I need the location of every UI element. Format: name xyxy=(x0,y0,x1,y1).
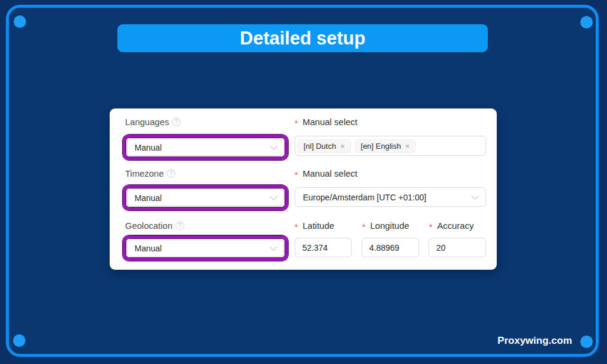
chevron-down-icon xyxy=(471,192,479,200)
title-banner: Detailed setup xyxy=(117,24,488,52)
timezone-label: Timezone ? xyxy=(125,168,175,178)
help-icon[interactable]: ? xyxy=(172,117,181,126)
chevron-down-icon xyxy=(270,193,277,200)
required-marker: * xyxy=(295,170,298,180)
language-tag: [nl] Dutch × xyxy=(298,139,351,153)
languages-label: Languages ? xyxy=(125,117,181,127)
required-marker: * xyxy=(362,222,365,232)
languages-mode-select[interactable]: Manual xyxy=(127,139,284,156)
settings-card: Languages ? Manual * Manual select [nl] … xyxy=(110,108,497,270)
required-marker: * xyxy=(429,222,432,232)
languages-tags-input[interactable]: [nl] Dutch × [en] English × xyxy=(295,136,486,156)
chevron-down-icon xyxy=(270,142,277,150)
geolocation-label: Geolocation ? xyxy=(125,221,184,231)
watermark: Proxywing.com xyxy=(497,335,572,347)
highlight-annotation: Manual xyxy=(123,185,288,210)
timezone-manual-select-label: * Manual select xyxy=(295,168,357,178)
accuracy-field[interactable]: 20 xyxy=(429,238,486,257)
page-title: Detailed setup xyxy=(240,28,366,49)
corner-dot xyxy=(13,334,25,347)
language-tag: [en] English × xyxy=(355,139,416,153)
longitude-label: * Longitude xyxy=(362,221,409,231)
close-icon[interactable]: × xyxy=(340,142,345,151)
help-icon[interactable]: ? xyxy=(167,169,175,178)
required-marker: * xyxy=(295,119,298,128)
corner-dot xyxy=(14,15,26,28)
timezone-value-select[interactable]: Europe/Amsterdam [UTC +01:00] xyxy=(295,187,486,207)
accuracy-label: * Accuracy xyxy=(429,221,474,231)
highlight-annotation: Manual xyxy=(123,135,288,160)
languages-manual-select-label: * Manual select xyxy=(295,117,357,127)
corner-dot xyxy=(580,336,593,348)
required-marker: * xyxy=(295,222,298,232)
geolocation-mode-select[interactable]: Manual xyxy=(127,240,284,257)
latitude-label: * Latitude xyxy=(295,221,334,231)
chevron-down-icon xyxy=(270,243,277,251)
timezone-mode-select[interactable]: Manual xyxy=(127,189,284,206)
corner-dot xyxy=(580,16,593,28)
latitude-field[interactable]: 52.374 xyxy=(295,238,352,257)
close-icon[interactable]: × xyxy=(405,142,410,151)
longitude-field[interactable]: 4.88969 xyxy=(362,238,419,257)
help-icon[interactable]: ? xyxy=(175,221,184,230)
highlight-annotation: Manual xyxy=(123,235,288,261)
